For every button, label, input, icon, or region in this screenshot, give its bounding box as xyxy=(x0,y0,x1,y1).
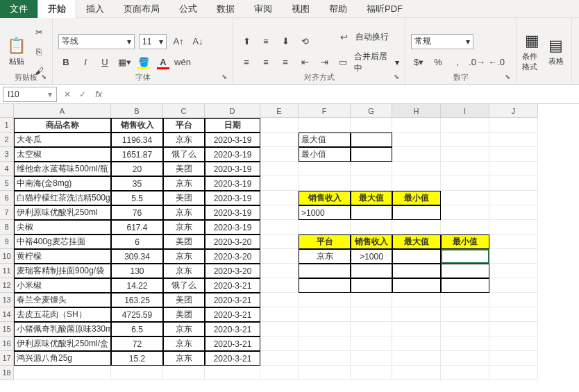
currency-icon[interactable]: $▾ xyxy=(411,55,426,70)
cell[interactable] xyxy=(260,336,299,351)
cell[interactable] xyxy=(260,118,299,133)
row-header[interactable]: 8 xyxy=(0,220,14,235)
cell[interactable] xyxy=(392,249,441,264)
cell[interactable] xyxy=(489,133,538,147)
cell[interactable]: 小猪佩奇乳酸菌原味330m xyxy=(14,322,111,336)
cell[interactable]: 美团 xyxy=(163,162,205,176)
cell[interactable] xyxy=(299,366,351,380)
increase-font-icon[interactable]: A↑ xyxy=(171,34,186,49)
conditional-format-button[interactable]: ▦条件格式 xyxy=(522,21,542,83)
cell[interactable]: 平台 xyxy=(299,235,351,249)
cell[interactable]: 163.25 xyxy=(111,293,163,307)
cell[interactable]: 2020-3-21 xyxy=(205,322,260,336)
cell[interactable]: 销售收入 xyxy=(299,191,351,205)
cell[interactable] xyxy=(205,366,260,380)
active-cell[interactable] xyxy=(441,249,489,264)
cell[interactable] xyxy=(351,176,392,191)
cell[interactable] xyxy=(260,147,299,162)
cell[interactable]: 最大值 xyxy=(392,235,441,249)
cell[interactable] xyxy=(351,133,392,147)
cell[interactable]: 伊利原味优酸乳250ml xyxy=(14,205,111,220)
row-header[interactable]: 1 xyxy=(0,118,14,133)
merge-label[interactable]: 合并后居中 xyxy=(354,51,391,74)
phonetic-button[interactable]: wén xyxy=(175,55,190,70)
cell[interactable] xyxy=(441,307,489,322)
cell[interactable]: 大冬瓜 xyxy=(14,133,111,147)
cell[interactable]: 京东 xyxy=(299,249,351,264)
cell[interactable] xyxy=(260,133,299,147)
cut-icon[interactable]: ✂ xyxy=(31,25,47,40)
cell[interactable]: 伊利原味优酸乳250ml/盒 xyxy=(14,336,111,351)
select-all-corner[interactable] xyxy=(0,104,14,118)
cell[interactable] xyxy=(260,249,299,264)
cell[interactable]: 130 xyxy=(111,264,163,278)
cell[interactable]: 2020-3-19 xyxy=(205,205,260,220)
row-header[interactable]: 12 xyxy=(0,278,14,293)
cell[interactable] xyxy=(392,147,441,162)
cell[interactable] xyxy=(260,235,299,249)
col-header[interactable]: A xyxy=(14,104,111,118)
fx-icon[interactable]: fx xyxy=(90,90,107,99)
cell[interactable]: 2020-3-20 xyxy=(205,235,260,249)
cell[interactable]: 2020-3-21 xyxy=(205,293,260,307)
col-header[interactable]: I xyxy=(441,104,489,118)
cell[interactable] xyxy=(441,264,489,278)
cancel-icon[interactable]: ✕ xyxy=(60,90,75,99)
cell[interactable]: 黄柠檬 xyxy=(14,249,111,264)
number-format-combo[interactable]: 常规▾ xyxy=(411,34,473,49)
align-bottom-icon[interactable]: ⬇ xyxy=(278,34,293,49)
cell[interactable] xyxy=(299,322,351,336)
cell[interactable] xyxy=(299,176,351,191)
cell[interactable] xyxy=(260,307,299,322)
col-header[interactable]: D xyxy=(205,104,260,118)
cell[interactable] xyxy=(260,205,299,220)
cell[interactable] xyxy=(392,133,441,147)
cell[interactable] xyxy=(351,220,392,235)
cell[interactable]: 最大值 xyxy=(351,191,392,205)
cell[interactable] xyxy=(260,322,299,336)
formula-input[interactable] xyxy=(107,87,579,102)
cell[interactable] xyxy=(392,293,441,307)
row-header[interactable]: 5 xyxy=(0,176,14,191)
row-header[interactable]: 4 xyxy=(0,162,14,176)
align-middle-icon[interactable]: ≡ xyxy=(258,34,274,49)
tab-data[interactable]: 数据 xyxy=(207,0,244,18)
cell[interactable] xyxy=(441,191,489,205)
increase-indent-icon[interactable]: ⇥ xyxy=(317,55,332,70)
align-center-icon[interactable]: ≡ xyxy=(258,55,274,70)
cell[interactable]: 春兰全麦馒头 xyxy=(14,293,111,307)
cell[interactable] xyxy=(392,322,441,336)
cell[interactable]: 美团 xyxy=(163,293,205,307)
cell[interactable] xyxy=(163,366,205,380)
name-box[interactable]: I10▾ xyxy=(3,87,57,102)
cell[interactable] xyxy=(489,249,538,264)
cell[interactable] xyxy=(260,264,299,278)
cell[interactable]: >1000 xyxy=(351,249,392,264)
cell[interactable] xyxy=(441,336,489,351)
cell[interactable] xyxy=(392,336,441,351)
cell[interactable] xyxy=(489,118,538,133)
cell[interactable]: 销售收入 xyxy=(111,118,163,133)
cell[interactable] xyxy=(351,118,392,133)
row-header[interactable]: 14 xyxy=(0,307,14,322)
cell[interactable] xyxy=(392,366,441,380)
cell[interactable]: 2020-3-21 xyxy=(205,351,260,366)
tab-layout[interactable]: 页面布局 xyxy=(114,0,169,18)
cell[interactable] xyxy=(351,147,392,162)
cell[interactable]: 美团 xyxy=(163,235,205,249)
cell[interactable] xyxy=(351,264,392,278)
clipboard-dialog-launcher[interactable]: ⬊ xyxy=(41,73,51,83)
spreadsheet-grid[interactable]: ABCDEFGHIJ 123456789101112131415161718 商… xyxy=(0,104,579,391)
cell[interactable]: 2020-3-20 xyxy=(205,249,260,264)
italic-button[interactable]: I xyxy=(78,55,93,70)
cell[interactable]: 617.4 xyxy=(111,220,163,235)
cell[interactable] xyxy=(489,366,538,380)
col-header[interactable]: E xyxy=(260,104,299,118)
cell[interactable] xyxy=(489,351,538,366)
cell[interactable] xyxy=(260,176,299,191)
align-top-icon[interactable]: ⬆ xyxy=(239,34,254,49)
cell[interactable] xyxy=(441,293,489,307)
cell[interactable] xyxy=(351,278,392,293)
cell[interactable] xyxy=(392,220,441,235)
cell[interactable] xyxy=(299,264,351,278)
